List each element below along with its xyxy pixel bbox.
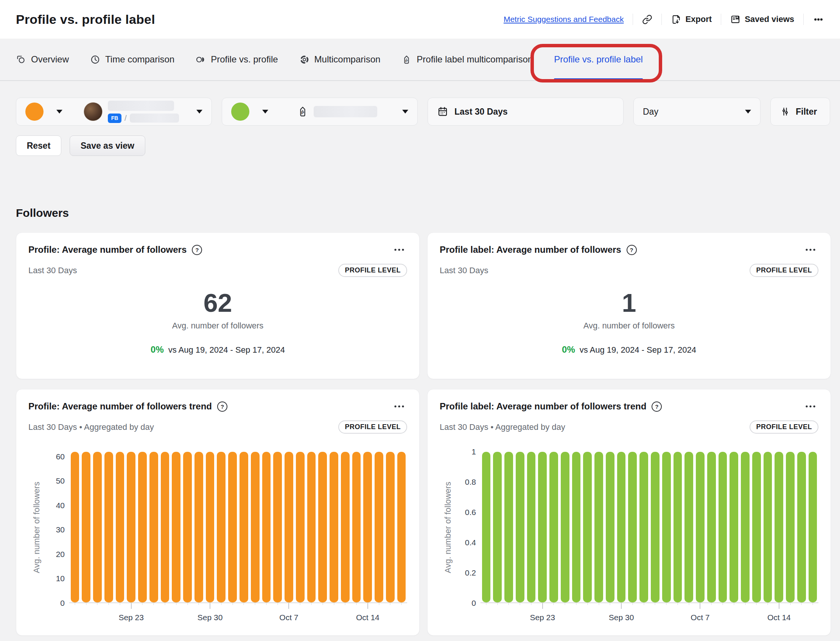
bar[interactable]: [764, 452, 772, 602]
card-menu-button[interactable]: [803, 244, 818, 255]
bar[interactable]: [707, 452, 716, 602]
bar[interactable]: [363, 452, 372, 602]
bar[interactable]: [138, 452, 147, 602]
bar[interactable]: [217, 452, 225, 602]
bar[interactable]: [684, 452, 693, 602]
chevron-down-icon: [56, 110, 63, 114]
bar[interactable]: [251, 452, 259, 602]
tab-multicomparison[interactable]: Multicomparison: [299, 39, 381, 80]
bar[interactable]: [285, 452, 293, 602]
bar[interactable]: [352, 452, 361, 602]
bar[interactable]: [561, 452, 570, 602]
profile-label-selector[interactable]: P: [222, 98, 418, 126]
bar[interactable]: [696, 452, 705, 602]
bar[interactable]: [273, 452, 282, 602]
help-icon[interactable]: ?: [627, 245, 637, 255]
card-menu-button[interactable]: [391, 401, 407, 412]
bar[interactable]: [82, 452, 90, 602]
tab-time-comparison[interactable]: Time comparison: [90, 39, 174, 80]
bar[interactable]: [172, 452, 180, 602]
tab-profile-vs-profile[interactable]: Profile vs. profile: [196, 39, 278, 80]
reset-button[interactable]: Reset: [16, 135, 61, 156]
bar[interactable]: [797, 452, 806, 602]
save-as-view-button[interactable]: Save as view: [70, 135, 145, 156]
bar[interactable]: [307, 452, 316, 602]
bar[interactable]: [651, 452, 660, 602]
bar[interactable]: [549, 452, 558, 602]
copy-link-button[interactable]: [642, 14, 652, 24]
bar[interactable]: [527, 452, 536, 602]
bar[interactable]: [127, 452, 135, 602]
bar[interactable]: [195, 452, 203, 602]
bar[interactable]: [538, 452, 547, 602]
bar[interactable]: [262, 452, 271, 602]
header-more-button[interactable]: [813, 14, 824, 24]
bar[interactable]: [662, 452, 671, 602]
profile-selector[interactable]: FB /: [16, 98, 212, 126]
filter-button[interactable]: Filter: [770, 98, 830, 126]
label-color-swatch[interactable]: [231, 103, 249, 121]
bar[interactable]: [639, 452, 648, 602]
bar[interactable]: [116, 452, 124, 602]
facebook-badge: FB: [108, 114, 121, 123]
bar[interactable]: [594, 452, 603, 602]
tab-profile-vs-profile-label[interactable]: Profile vs. profile label: [554, 39, 643, 80]
bar[interactable]: [493, 452, 502, 602]
help-icon[interactable]: ?: [192, 245, 202, 255]
bar[interactable]: [105, 452, 113, 602]
bar[interactable]: [228, 452, 237, 602]
bar[interactable]: [719, 452, 727, 602]
bar[interactable]: [341, 452, 350, 602]
card-title: Profile: Average number of followers tre…: [28, 401, 212, 412]
bar[interactable]: [606, 452, 615, 602]
bar[interactable]: [482, 452, 491, 602]
bar[interactable]: [93, 452, 102, 602]
export-button[interactable]: Export: [671, 14, 712, 24]
bar[interactable]: [774, 452, 783, 602]
bar[interactable]: [386, 452, 395, 602]
bar[interactable]: [375, 452, 383, 602]
x-tick-minor: [255, 603, 256, 605]
bar[interactable]: [206, 452, 214, 602]
bar[interactable]: [161, 452, 169, 602]
kpi-value-label: Avg. number of followers: [583, 321, 675, 331]
saved-views-button[interactable]: Saved views: [730, 14, 794, 24]
x-tick-minor: [644, 603, 644, 605]
tab-label: Profile vs. profile: [211, 54, 278, 65]
bar[interactable]: [318, 452, 327, 602]
bar[interactable]: [150, 452, 158, 602]
bar[interactable]: [183, 452, 192, 602]
bar[interactable]: [786, 452, 795, 602]
tab-profile-label-multicomparison[interactable]: P Profile label multicomparison: [401, 39, 533, 80]
bar[interactable]: [240, 452, 248, 602]
bar[interactable]: [296, 452, 304, 602]
granularity-control[interactable]: Day: [633, 98, 761, 126]
bar[interactable]: [330, 452, 338, 602]
help-icon[interactable]: ?: [652, 401, 662, 412]
card-menu-button[interactable]: [803, 401, 818, 412]
bar[interactable]: [809, 452, 817, 602]
bar[interactable]: [583, 452, 592, 602]
tab-overview[interactable]: Overview: [16, 39, 69, 80]
bar[interactable]: [504, 452, 513, 602]
bar[interactable]: [617, 452, 626, 602]
card-menu-button[interactable]: [391, 244, 407, 255]
bar[interactable]: [397, 452, 406, 602]
x-tick-minor: [187, 603, 188, 605]
help-icon[interactable]: ?: [217, 401, 227, 412]
section-title: Followers: [16, 206, 840, 219]
bar[interactable]: [516, 452, 525, 602]
x-tick-minor: [801, 603, 802, 605]
bar[interactable]: [71, 452, 79, 602]
bar[interactable]: [628, 452, 637, 602]
divider: [721, 14, 721, 25]
bar[interactable]: [741, 452, 750, 602]
date-range-control[interactable]: Last 30 Days: [428, 98, 624, 126]
bar[interactable]: [674, 452, 682, 602]
feedback-link[interactable]: Metric Suggestions and Feedback: [504, 15, 624, 24]
x-tick-minor: [509, 603, 509, 605]
bar[interactable]: [729, 452, 738, 602]
profile-color-swatch[interactable]: [25, 103, 43, 121]
bar[interactable]: [752, 452, 761, 602]
bar[interactable]: [572, 452, 581, 602]
